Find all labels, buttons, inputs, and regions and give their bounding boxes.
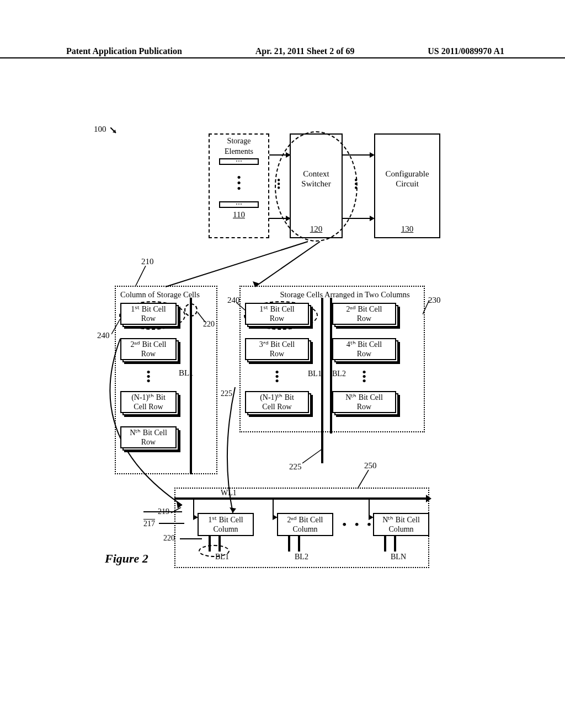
se-row-top [219,158,259,165]
svg-line-10 [302,449,322,463]
header-left: Patent Application Publication [66,46,182,57]
slash-225b [302,448,324,464]
bl-short-1 [209,536,211,552]
se-row-bot [219,201,259,208]
bl2-230-label: BL2 [332,370,346,378]
cfg-ref: 130 [375,224,439,234]
header-right: US 2011/0089970 A1 [428,46,504,57]
col-cell-1: 1ˢᵗ Bit Cell Column [198,513,254,536]
cell-230-4: 4ᵗʰ Bit CellRow [332,338,401,363]
bl-short-2 [288,536,290,552]
line-217 [159,523,184,524]
vdots-se: ••• [210,175,268,191]
cfg-line1: Configurable [375,169,439,179]
vdots-230-l: ••• [245,370,309,383]
col-cell-2: 2ⁿᵈ Bit Cell Column [277,513,333,536]
bl-short-nb [394,536,396,552]
wl-arrow-icon [426,495,431,502]
header-center: Apr. 21, 2011 Sheet 2 of 69 [255,46,355,57]
svg-line-5 [136,266,146,286]
cell-nth-bit-row: Nᵗʰ Bit CellRow [120,426,181,452]
bl1-panel230 [321,298,323,463]
context-switcher-box: Context Switcher 120 [290,133,343,238]
cell-230-2: 2ⁿᵈ Bit CellRow [332,303,401,328]
cell-230-3: 3ʳᵈ Bit CellRow [245,338,313,363]
wl-line [174,497,429,500]
ctx-ref: 120 [291,224,342,234]
cell-n-1-bit-row: (N-1)ᵗʰ BitCell Row [120,391,181,416]
ref-210: 210 [141,257,154,266]
panel-230-title: Storage Cells Arranged in Two Columns [270,290,419,299]
svg-line-11 [358,470,369,489]
slash-220a [198,312,207,323]
ref-225b: 225 [289,462,302,472]
cell-2nd-bit-row: 2ⁿᵈ Bit CellRow [120,338,181,363]
page-header: Patent Application Publication Apr. 21, … [0,46,565,58]
bl-short-2b [298,536,300,552]
col-cell-n: Nᵗʰ Bit Cell Column [373,513,429,536]
cell-230-1: 1ˢᵗ Bit CellRow [245,303,313,328]
bln-250: BLN [391,553,406,561]
bl2-250: BL2 [295,553,308,561]
ref-100: 100 [94,125,106,134]
slash-250 [356,470,370,490]
svg-line-13 [171,507,181,513]
figure-caption: Figure 2 [105,552,148,566]
panel-210-title: Column of Storage Cells [120,290,212,299]
hdots-250: • • • [342,517,374,532]
slash-219 [171,507,182,514]
ref-219: 219 [158,507,169,516]
bl1-230-label: BL1 [308,370,322,378]
cell-1st-bit-row: 1ˢᵗ Bit CellRow [120,303,181,328]
configurable-circuit-box: Configurable Circuit 130 [374,133,440,238]
line-220b [180,538,202,539]
bl1-250: BL1 [215,553,229,561]
svg-line-7 [198,312,205,322]
svg-marker-14 [230,507,236,513]
arc-225 [221,387,243,515]
cell-230-6: Nᵗʰ Bit CellRow [332,391,401,416]
storage-elements-box: Storage Elements ••• 110 [209,133,269,238]
ctx-line2: Switcher [291,179,342,189]
bl1-panel210 [190,298,192,474]
svg-line-6 [111,319,120,334]
se-title-2: Elements [210,147,268,156]
ref-217: 217 [143,520,155,528]
panel-two-columns: Storage Cells Arranged in Two Columns 1ˢ… [239,286,425,432]
se-title-1: Storage [210,137,268,145]
se-ref: 110 [210,210,268,220]
slash-210 [134,266,147,287]
arrow-100-icon [110,127,118,135]
bl-short-n [384,536,386,552]
cfg-line2: Circuit [375,179,439,189]
cell-230-5: (N-1)ᵗʰ BitCell Row [245,391,313,416]
ref-250: 250 [364,461,377,470]
ref-220b: 220 [163,534,175,543]
ctx-line1: Context [291,169,342,179]
bl-short-1b [218,536,221,552]
